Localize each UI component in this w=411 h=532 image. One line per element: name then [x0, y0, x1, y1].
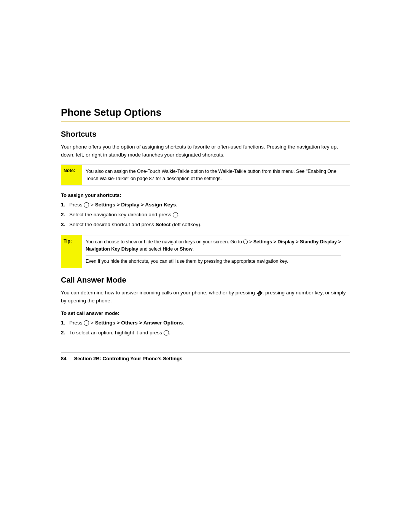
title-underline [61, 121, 350, 121]
note-label: Note: [61, 165, 82, 185]
shortcuts-tip-box: Tip: You can choose to show or hide the … [61, 235, 350, 268]
tip-line1: You can choose to show or hide the navig… [86, 238, 341, 253]
page-number: 84 [61, 356, 66, 361]
nav-icon-tip [243, 240, 248, 244]
shortcuts-body: Your phone offers you the option of assi… [61, 143, 350, 159]
nav-icon-1 [84, 202, 89, 208]
shortcuts-section: Shortcuts Your phone offers you the opti… [61, 130, 350, 268]
assign-shortcuts-label: To assign your shortcuts: [61, 192, 350, 198]
page-footer: 84 Section 2B: Controlling Your Phone's … [61, 352, 350, 361]
call-answer-body: You can determine how to answer incoming… [61, 289, 350, 305]
nav-icon-call-1 [84, 320, 89, 326]
tip-divider [86, 255, 341, 256]
phone-icon: ☎ [255, 288, 264, 298]
call-answer-steps: 1. Press > Settings > Others > Answer Op… [61, 319, 350, 337]
note-content: You also can assign the One-Touch Walkie… [82, 165, 350, 185]
call-step-1: 1. Press > Settings > Others > Answer Op… [61, 319, 350, 327]
call-answer-section: Call Answer Mode You can determine how t… [61, 276, 350, 337]
step-1: 1. Press > Settings > Display > Assign K… [61, 201, 350, 209]
footer-section-text: Section 2B: Controlling Your Phone's Set… [74, 356, 182, 361]
shortcuts-note-box: Note: You also can assign the One-Touch … [61, 165, 350, 186]
nav-icon-2 [173, 212, 178, 217]
shortcuts-heading: Shortcuts [61, 130, 350, 139]
nav-icon-call-2 [164, 330, 169, 335]
tip-content: You can choose to show or hide the navig… [82, 235, 345, 268]
page-title: Phone Setup Options [61, 107, 350, 118]
call-answer-heading: Call Answer Mode [61, 276, 350, 284]
tip-line2: Even if you hide the shortcuts, you can … [86, 258, 341, 265]
step-2: 2. Select the navigation key direction a… [61, 211, 350, 219]
call-answer-label: To set call answer mode: [61, 310, 350, 316]
call-step-2: 2. To select an option, highlight it and… [61, 329, 350, 337]
shortcuts-steps: 1. Press > Settings > Display > Assign K… [61, 201, 350, 229]
step-3: 3. Select the desired shortcut and press… [61, 221, 350, 229]
page: Phone Setup Options Shortcuts Your phone… [0, 0, 411, 532]
tip-label: Tip: [61, 235, 82, 268]
